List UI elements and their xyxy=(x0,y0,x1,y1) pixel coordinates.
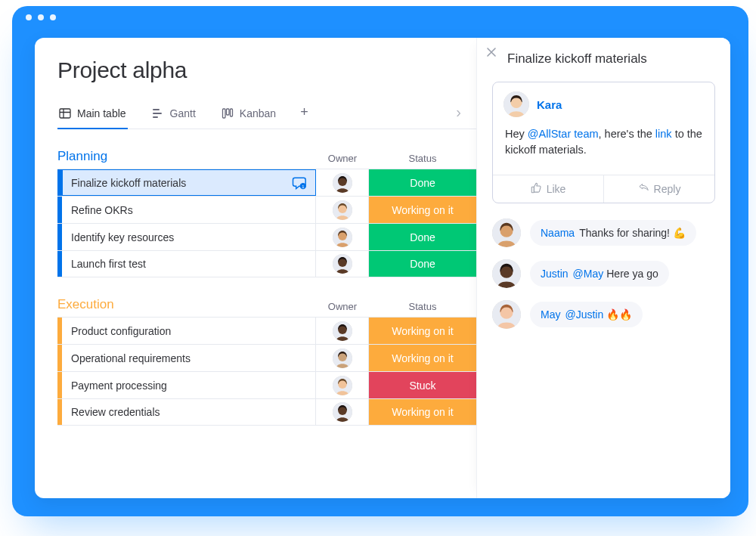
row-name-cell[interactable]: Operational requirements xyxy=(62,345,316,371)
status-cell[interactable]: Working on it xyxy=(369,345,476,371)
group-title[interactable]: Execution xyxy=(57,297,114,312)
link-text[interactable]: link xyxy=(655,128,672,140)
mention[interactable]: @Justin xyxy=(565,308,603,321)
table-row[interactable]: Finalize kickoff materials 1 Done xyxy=(57,169,476,196)
group-title[interactable]: Planning xyxy=(57,149,107,164)
status-cell[interactable]: Working on it xyxy=(369,318,476,344)
comment-author[interactable]: Kara xyxy=(537,98,562,111)
like-button[interactable]: Like xyxy=(493,175,603,203)
reply-bubble[interactable]: May @Justin 🔥🔥 xyxy=(530,302,643,327)
reply-text: Thanks for sharing! 💪 xyxy=(579,227,686,239)
tabs-overflow-indicator[interactable]: › xyxy=(456,104,461,129)
reply-text: Here ya go xyxy=(606,268,658,280)
app-window: Project alpha Main table Gantt xyxy=(35,38,730,498)
table-row[interactable]: Review credentials Working on it xyxy=(57,398,476,426)
tab-main-table[interactable]: Main table xyxy=(57,103,128,129)
status-cell[interactable]: Done xyxy=(369,169,476,196)
reply-button[interactable]: Reply xyxy=(603,175,714,203)
reply-text: 🔥🔥 xyxy=(606,308,632,321)
owner-cell[interactable] xyxy=(316,372,369,398)
comment-card: Kara Hey @AllStar team, here's the link … xyxy=(492,82,715,203)
add-view-button[interactable]: + xyxy=(300,105,308,126)
reply-item: May @Justin 🔥🔥 xyxy=(492,300,715,329)
column-header-owner[interactable]: Owner xyxy=(316,301,369,312)
reply-author[interactable]: Justin xyxy=(541,268,569,280)
window-dot xyxy=(26,14,32,20)
avatar xyxy=(503,91,529,117)
status-cell[interactable]: Stuck xyxy=(369,372,476,398)
window-controls xyxy=(12,6,748,29)
column-header-status[interactable]: Status xyxy=(369,153,476,164)
owner-cell[interactable] xyxy=(316,345,369,371)
avatar xyxy=(333,349,352,368)
owner-cell[interactable] xyxy=(316,318,369,344)
board-pane: Project alpha Main table Gantt xyxy=(35,38,476,498)
status-cell[interactable]: Done xyxy=(369,224,476,250)
tab-label: Main table xyxy=(77,107,126,119)
side-panel-title: Finalize kickoff materials xyxy=(507,51,715,67)
row-name-cell[interactable]: Finalize kickoff materials 1 xyxy=(62,169,316,196)
row-name-cell[interactable]: Launch first test xyxy=(62,251,316,277)
avatar xyxy=(333,228,352,247)
svg-rect-2 xyxy=(226,109,229,115)
reply-item: Naama Thanks for sharing! 💪 xyxy=(492,218,715,247)
item-name: Refine OKRs xyxy=(71,204,133,216)
group-execution: Execution Owner Status Product configura… xyxy=(57,297,476,426)
table-row[interactable]: Launch first test Done xyxy=(57,250,476,277)
table-row[interactable]: Operational requirements Working on it xyxy=(57,344,476,371)
avatar xyxy=(333,376,352,395)
owner-cell[interactable] xyxy=(316,251,369,277)
tab-gantt[interactable]: Gantt xyxy=(150,103,197,129)
group-planning: Planning Owner Status Finalize kickoff m… xyxy=(57,149,476,277)
reply-item: Justin @May Here ya go xyxy=(492,259,715,288)
mention[interactable]: @May xyxy=(573,268,604,280)
comment-body: Hey @AllStar team, here's the link to th… xyxy=(493,120,714,175)
conversation-icon[interactable]: 1 xyxy=(291,175,306,191)
owner-cell[interactable] xyxy=(316,399,369,425)
avatar xyxy=(333,200,352,220)
gantt-icon xyxy=(152,107,164,119)
reply-label: Reply xyxy=(654,183,681,195)
item-side-panel: Finalize kickoff materials Kara Hey @All… xyxy=(476,38,730,498)
reply-bubble[interactable]: Justin @May Here ya go xyxy=(530,261,669,287)
column-header-status[interactable]: Status xyxy=(369,301,476,312)
close-icon[interactable] xyxy=(486,47,497,60)
avatar xyxy=(492,300,521,329)
avatar xyxy=(492,259,521,288)
item-name: Operational requirements xyxy=(71,352,191,364)
like-label: Like xyxy=(547,183,566,195)
row-name-cell[interactable]: Review credentials xyxy=(62,399,316,425)
table-row[interactable]: Identify key resources Done xyxy=(57,223,476,250)
status-cell[interactable]: Working on it xyxy=(369,399,476,425)
table-row[interactable]: Refine OKRs Working on it xyxy=(57,196,476,223)
row-name-cell[interactable]: Payment processing xyxy=(62,372,316,398)
avatar xyxy=(492,218,521,247)
owner-cell[interactable] xyxy=(316,169,369,196)
thumbs-up-icon xyxy=(531,182,542,196)
owner-cell[interactable] xyxy=(316,224,369,250)
reply-author[interactable]: May xyxy=(541,308,560,321)
avatar xyxy=(333,173,352,193)
svg-rect-3 xyxy=(230,109,232,116)
svg-rect-1 xyxy=(222,109,225,118)
reply-icon xyxy=(638,182,649,196)
item-name: Payment processing xyxy=(71,380,167,392)
window-dot xyxy=(38,14,44,20)
row-name-cell[interactable]: Refine OKRs xyxy=(62,197,316,223)
row-name-cell[interactable]: Identify key resources xyxy=(62,224,316,250)
tab-kanban[interactable]: Kanban xyxy=(220,103,277,129)
window-dot xyxy=(50,14,56,20)
view-tabs: Main table Gantt Kanban + xyxy=(57,103,476,129)
column-header-owner[interactable]: Owner xyxy=(316,153,369,164)
reply-bubble[interactable]: Naama Thanks for sharing! 💪 xyxy=(530,220,696,246)
item-name: Identify key resources xyxy=(71,231,174,243)
mention[interactable]: @AllStar team xyxy=(528,128,599,140)
table-row[interactable]: Product configuration Working on it xyxy=(57,317,476,344)
table-row[interactable]: Payment processing Stuck xyxy=(57,371,476,398)
owner-cell[interactable] xyxy=(316,197,369,223)
item-name: Review credentials xyxy=(71,406,160,418)
status-cell[interactable]: Working on it xyxy=(369,197,476,223)
reply-author[interactable]: Naama xyxy=(541,227,575,239)
row-name-cell[interactable]: Product configuration xyxy=(62,318,316,344)
status-cell[interactable]: Done xyxy=(369,251,476,277)
